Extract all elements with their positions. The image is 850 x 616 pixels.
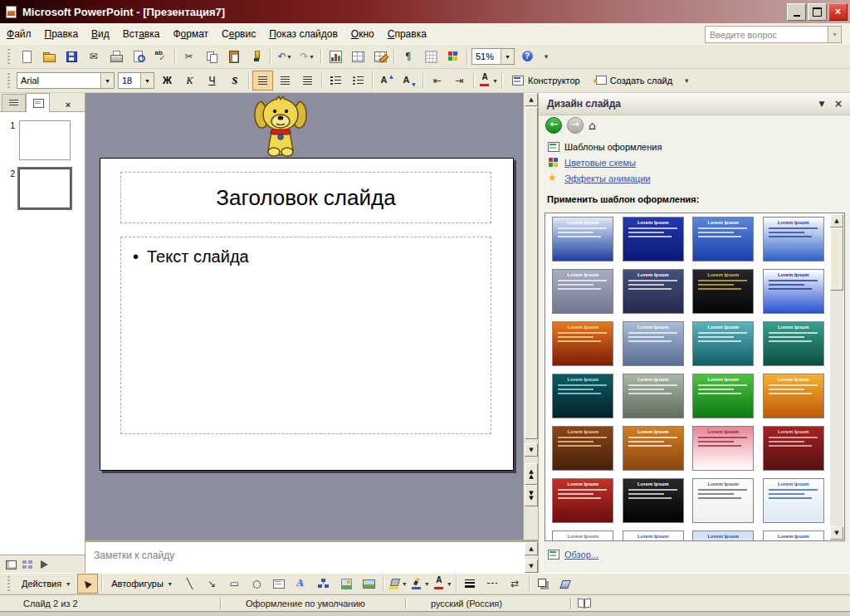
design-template-thumbnail[interactable]: Lorem Ipsum — [763, 321, 824, 366]
menu-tools[interactable]: Сервис — [215, 24, 262, 44]
scroll-down-button[interactable]: ▼ — [525, 560, 538, 573]
new-slide-button[interactable]: Создать слайд — [588, 71, 678, 90]
close-button[interactable]: × — [828, 3, 848, 21]
color-schemes-link[interactable]: Цветовые схемы — [547, 154, 850, 170]
browse-link[interactable]: Обзор... — [547, 548, 598, 561]
bullets-button[interactable] — [348, 71, 369, 90]
previous-slide-button[interactable]: ▲ ▲ — [525, 463, 538, 485]
scroll-down-button[interactable]: ▼ — [830, 526, 843, 540]
diagram-button[interactable] — [314, 574, 335, 594]
design-template-thumbnail[interactable]: Lorem Ipsum — [623, 321, 684, 366]
cut-button[interactable]: ✂ — [178, 46, 199, 66]
minimize-button[interactable] — [787, 3, 806, 21]
design-template-thumbnail[interactable]: Lorem Ipsum — [623, 374, 684, 418]
slide-design-button[interactable]: Конструктор — [506, 71, 586, 90]
design-template-thumbnail[interactable]: Lorem Ipsum — [692, 478, 754, 523]
design-template-thumbnail[interactable]: Lorem Ipsum — [692, 217, 754, 262]
format-painter-button[interactable] — [246, 46, 266, 66]
design-template-thumbnail[interactable]: Lorem Ipsum — [692, 530, 754, 540]
tables-and-borders-button[interactable] — [369, 46, 390, 66]
menu-format[interactable]: Формат — [166, 24, 215, 44]
align-center-button[interactable] — [275, 71, 296, 90]
increase-font-size-button[interactable] — [376, 71, 397, 90]
rectangle-button[interactable]: ▭ — [224, 574, 245, 594]
design-template-thumbnail[interactable]: Lorem Ipsum — [763, 426, 824, 471]
dropdown-arrow-icon[interactable]: ▾ — [501, 49, 514, 64]
title-placeholder[interactable]: Заголовок слайда — [120, 172, 491, 223]
undo-button[interactable]: ↶▾ — [274, 46, 295, 66]
help-button[interactable] — [517, 46, 538, 66]
font-combo[interactable]: Arial▾ — [17, 72, 115, 89]
design-template-thumbnail[interactable]: Lorem Ipsum — [763, 530, 824, 540]
align-right-button[interactable] — [297, 71, 318, 90]
slide-thumbnail-2[interactable] — [19, 169, 71, 208]
design-template-thumbnail[interactable]: Lorem Ipsum — [692, 374, 754, 418]
toolbar-options-button[interactable]: ▾ — [680, 71, 693, 90]
text-shadow-button[interactable]: S — [224, 71, 245, 90]
notes-pane[interactable]: Заметки к слайду ▲ ▼ — [85, 540, 538, 573]
redo-button[interactable]: ↷▾ — [296, 46, 317, 66]
dropdown-arrow-icon[interactable]: ▾ — [140, 73, 154, 88]
font-color-button[interactable]: ▾ — [477, 71, 498, 90]
slideshow-view-button[interactable] — [36, 557, 52, 572]
normal-view-button[interactable] — [2, 557, 19, 572]
open-button[interactable] — [38, 46, 59, 66]
dropdown-arrow-icon[interactable]: ▾ — [100, 73, 114, 88]
slide-editor[interactable]: Заголовок слайда •Текст слайда — [85, 93, 523, 540]
slides-tab[interactable] — [26, 93, 50, 112]
email-button[interactable]: ✉ — [83, 46, 104, 66]
draw-font-color-button[interactable]: ▾ — [432, 574, 452, 594]
maximize-button[interactable] — [808, 3, 827, 21]
zoom-combo[interactable]: 51%▾ — [471, 48, 515, 65]
notes-scrollbar[interactable]: ▲ ▼ — [525, 542, 538, 573]
oval-button[interactable]: ○ — [247, 574, 267, 594]
design-template-thumbnail[interactable]: Lorem Ipsum — [763, 478, 824, 523]
wordart-button[interactable] — [291, 574, 312, 594]
home-button[interactable]: ⌂ — [589, 118, 596, 133]
menu-insert[interactable]: Вставка — [116, 24, 167, 44]
decrease-indent-button[interactable]: ⇤ — [427, 71, 447, 90]
design-template-thumbnail[interactable]: Lorem Ipsum — [623, 217, 684, 262]
toolbar-options-button[interactable]: ▾ — [540, 46, 553, 66]
close-pane-button[interactable]: × — [61, 98, 75, 111]
body-placeholder[interactable]: •Текст слайда — [120, 237, 491, 434]
question-input[interactable]: Введите вопрос ▾ — [705, 26, 842, 43]
design-template-thumbnail[interactable]: Lorem Ipsum — [552, 321, 613, 366]
design-template-thumbnail[interactable]: Lorem Ipsum — [692, 269, 754, 314]
slide-sorter-view-button[interactable] — [19, 557, 36, 572]
3d-style-button[interactable] — [555, 574, 576, 594]
spelling-status-icon[interactable] — [578, 597, 591, 610]
scroll-up-button[interactable]: ▲ — [830, 214, 843, 227]
design-template-thumbnail[interactable]: Lorem Ipsum — [692, 321, 754, 366]
insert-picture-button[interactable] — [359, 574, 379, 594]
align-left-button[interactable] — [252, 71, 273, 90]
print-preview-button[interactable] — [128, 46, 149, 66]
task-pane-close-button[interactable]: × — [832, 97, 845, 110]
show-grid-button[interactable] — [420, 46, 441, 66]
outline-tab[interactable] — [2, 94, 26, 111]
dropdown-arrow-icon[interactable]: ▾ — [828, 27, 841, 42]
draw-actions-menu[interactable]: Действия▾ — [16, 574, 76, 594]
menu-window[interactable]: Окно — [344, 24, 381, 44]
numbering-button[interactable] — [325, 71, 346, 90]
new-document-button[interactable] — [16, 46, 37, 66]
save-button[interactable] — [61, 46, 81, 66]
scroll-up-button[interactable]: ▲ — [525, 93, 538, 106]
design-template-thumbnail[interactable]: Lorem Ipsum — [763, 374, 824, 418]
design-template-thumbnail[interactable]: Lorem Ipsum — [623, 269, 684, 314]
template-scrollbar[interactable]: ▲ ▼ — [830, 214, 843, 540]
shadow-style-button[interactable] — [533, 574, 554, 594]
scrollbar-thumb[interactable] — [525, 107, 538, 439]
back-button[interactable]: ← — [545, 117, 562, 134]
scroll-up-button[interactable]: ▲ — [525, 542, 538, 555]
insert-table-button[interactable] — [347, 46, 368, 66]
scroll-down-button[interactable]: ▼ — [525, 443, 538, 457]
design-template-thumbnail[interactable]: Lorem Ipsum — [552, 530, 613, 540]
italic-button[interactable]: К — [179, 71, 200, 90]
select-objects-button[interactable] — [77, 574, 98, 594]
menu-slideshow[interactable]: Показ слайдов — [262, 24, 344, 44]
arrow-button[interactable]: ↘ — [202, 574, 222, 594]
design-template-thumbnail[interactable]: Lorem Ipsum — [692, 426, 754, 471]
copy-button[interactable] — [201, 46, 222, 66]
design-template-thumbnail[interactable]: Lorem Ipsum — [763, 269, 824, 314]
